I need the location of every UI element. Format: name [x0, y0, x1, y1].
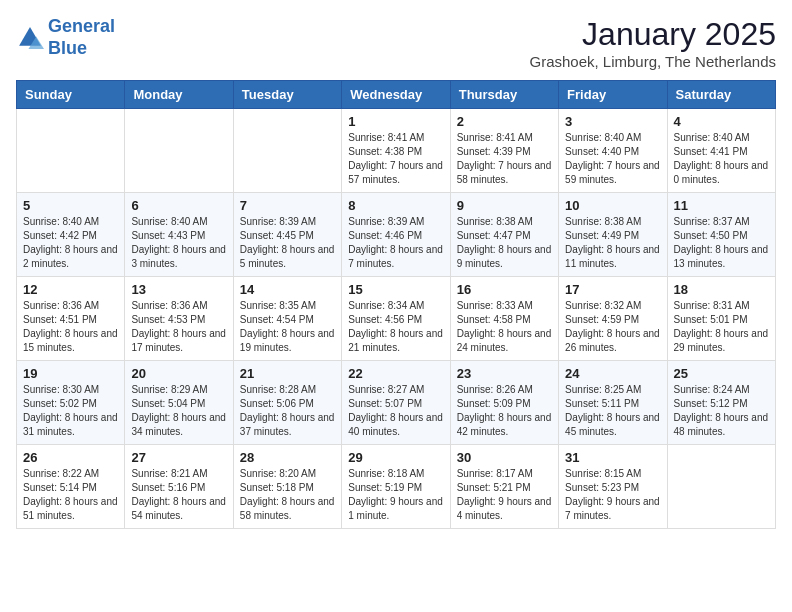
- header-saturday: Saturday: [667, 81, 775, 109]
- day-number: 25: [674, 366, 769, 381]
- calendar-cell: 6Sunrise: 8:40 AM Sunset: 4:43 PM Daylig…: [125, 193, 233, 277]
- calendar-header-row: Sunday Monday Tuesday Wednesday Thursday…: [17, 81, 776, 109]
- day-info: Sunrise: 8:18 AM Sunset: 5:19 PM Dayligh…: [348, 467, 443, 523]
- day-number: 27: [131, 450, 226, 465]
- day-number: 28: [240, 450, 335, 465]
- day-number: 9: [457, 198, 552, 213]
- day-number: 5: [23, 198, 118, 213]
- calendar-cell: 8Sunrise: 8:39 AM Sunset: 4:46 PM Daylig…: [342, 193, 450, 277]
- day-info: Sunrise: 8:39 AM Sunset: 4:45 PM Dayligh…: [240, 215, 335, 271]
- calendar-week-2: 5Sunrise: 8:40 AM Sunset: 4:42 PM Daylig…: [17, 193, 776, 277]
- day-number: 21: [240, 366, 335, 381]
- day-info: Sunrise: 8:20 AM Sunset: 5:18 PM Dayligh…: [240, 467, 335, 523]
- day-number: 12: [23, 282, 118, 297]
- calendar-cell: 10Sunrise: 8:38 AM Sunset: 4:49 PM Dayli…: [559, 193, 667, 277]
- day-info: Sunrise: 8:40 AM Sunset: 4:43 PM Dayligh…: [131, 215, 226, 271]
- calendar-cell: 22Sunrise: 8:27 AM Sunset: 5:07 PM Dayli…: [342, 361, 450, 445]
- calendar-cell: 30Sunrise: 8:17 AM Sunset: 5:21 PM Dayli…: [450, 445, 558, 529]
- day-number: 18: [674, 282, 769, 297]
- day-info: Sunrise: 8:36 AM Sunset: 4:51 PM Dayligh…: [23, 299, 118, 355]
- logo-icon: [16, 24, 44, 52]
- day-number: 13: [131, 282, 226, 297]
- day-info: Sunrise: 8:37 AM Sunset: 4:50 PM Dayligh…: [674, 215, 769, 271]
- calendar-cell: 1Sunrise: 8:41 AM Sunset: 4:38 PM Daylig…: [342, 109, 450, 193]
- calendar-cell: 7Sunrise: 8:39 AM Sunset: 4:45 PM Daylig…: [233, 193, 341, 277]
- day-info: Sunrise: 8:41 AM Sunset: 4:38 PM Dayligh…: [348, 131, 443, 187]
- calendar-cell: 21Sunrise: 8:28 AM Sunset: 5:06 PM Dayli…: [233, 361, 341, 445]
- calendar-cell: 15Sunrise: 8:34 AM Sunset: 4:56 PM Dayli…: [342, 277, 450, 361]
- day-info: Sunrise: 8:39 AM Sunset: 4:46 PM Dayligh…: [348, 215, 443, 271]
- calendar-cell: 28Sunrise: 8:20 AM Sunset: 5:18 PM Dayli…: [233, 445, 341, 529]
- day-info: Sunrise: 8:24 AM Sunset: 5:12 PM Dayligh…: [674, 383, 769, 439]
- calendar-cell: 25Sunrise: 8:24 AM Sunset: 5:12 PM Dayli…: [667, 361, 775, 445]
- calendar-cell: 3Sunrise: 8:40 AM Sunset: 4:40 PM Daylig…: [559, 109, 667, 193]
- day-info: Sunrise: 8:40 AM Sunset: 4:42 PM Dayligh…: [23, 215, 118, 271]
- day-number: 7: [240, 198, 335, 213]
- calendar-cell: 4Sunrise: 8:40 AM Sunset: 4:41 PM Daylig…: [667, 109, 775, 193]
- day-number: 3: [565, 114, 660, 129]
- day-info: Sunrise: 8:40 AM Sunset: 4:41 PM Dayligh…: [674, 131, 769, 187]
- day-number: 26: [23, 450, 118, 465]
- calendar-week-5: 26Sunrise: 8:22 AM Sunset: 5:14 PM Dayli…: [17, 445, 776, 529]
- calendar-cell: 12Sunrise: 8:36 AM Sunset: 4:51 PM Dayli…: [17, 277, 125, 361]
- calendar-cell: [17, 109, 125, 193]
- calendar-cell: 9Sunrise: 8:38 AM Sunset: 4:47 PM Daylig…: [450, 193, 558, 277]
- day-info: Sunrise: 8:21 AM Sunset: 5:16 PM Dayligh…: [131, 467, 226, 523]
- header-friday: Friday: [559, 81, 667, 109]
- logo-text: General Blue: [48, 16, 115, 59]
- logo-line1: General: [48, 16, 115, 36]
- calendar-cell: 17Sunrise: 8:32 AM Sunset: 4:59 PM Dayli…: [559, 277, 667, 361]
- calendar-title: January 2025: [529, 16, 776, 53]
- day-number: 2: [457, 114, 552, 129]
- day-number: 1: [348, 114, 443, 129]
- calendar-cell: 24Sunrise: 8:25 AM Sunset: 5:11 PM Dayli…: [559, 361, 667, 445]
- day-info: Sunrise: 8:28 AM Sunset: 5:06 PM Dayligh…: [240, 383, 335, 439]
- day-number: 31: [565, 450, 660, 465]
- day-number: 15: [348, 282, 443, 297]
- page-header: General Blue January 2025 Grashoek, Limb…: [16, 16, 776, 70]
- header-wednesday: Wednesday: [342, 81, 450, 109]
- day-info: Sunrise: 8:38 AM Sunset: 4:49 PM Dayligh…: [565, 215, 660, 271]
- day-info: Sunrise: 8:27 AM Sunset: 5:07 PM Dayligh…: [348, 383, 443, 439]
- day-number: 30: [457, 450, 552, 465]
- header-monday: Monday: [125, 81, 233, 109]
- header-tuesday: Tuesday: [233, 81, 341, 109]
- day-number: 17: [565, 282, 660, 297]
- day-number: 29: [348, 450, 443, 465]
- day-info: Sunrise: 8:31 AM Sunset: 5:01 PM Dayligh…: [674, 299, 769, 355]
- calendar-cell: 29Sunrise: 8:18 AM Sunset: 5:19 PM Dayli…: [342, 445, 450, 529]
- day-number: 19: [23, 366, 118, 381]
- day-info: Sunrise: 8:26 AM Sunset: 5:09 PM Dayligh…: [457, 383, 552, 439]
- calendar-cell: 5Sunrise: 8:40 AM Sunset: 4:42 PM Daylig…: [17, 193, 125, 277]
- day-number: 23: [457, 366, 552, 381]
- calendar-cell: 26Sunrise: 8:22 AM Sunset: 5:14 PM Dayli…: [17, 445, 125, 529]
- day-number: 6: [131, 198, 226, 213]
- calendar-week-4: 19Sunrise: 8:30 AM Sunset: 5:02 PM Dayli…: [17, 361, 776, 445]
- calendar-cell: 19Sunrise: 8:30 AM Sunset: 5:02 PM Dayli…: [17, 361, 125, 445]
- calendar-cell: 23Sunrise: 8:26 AM Sunset: 5:09 PM Dayli…: [450, 361, 558, 445]
- day-number: 20: [131, 366, 226, 381]
- calendar-cell: [125, 109, 233, 193]
- day-number: 24: [565, 366, 660, 381]
- calendar-cell: 16Sunrise: 8:33 AM Sunset: 4:58 PM Dayli…: [450, 277, 558, 361]
- day-info: Sunrise: 8:17 AM Sunset: 5:21 PM Dayligh…: [457, 467, 552, 523]
- day-info: Sunrise: 8:30 AM Sunset: 5:02 PM Dayligh…: [23, 383, 118, 439]
- day-info: Sunrise: 8:22 AM Sunset: 5:14 PM Dayligh…: [23, 467, 118, 523]
- calendar-cell: 11Sunrise: 8:37 AM Sunset: 4:50 PM Dayli…: [667, 193, 775, 277]
- calendar-table: Sunday Monday Tuesday Wednesday Thursday…: [16, 80, 776, 529]
- calendar-cell: 20Sunrise: 8:29 AM Sunset: 5:04 PM Dayli…: [125, 361, 233, 445]
- calendar-subtitle: Grashoek, Limburg, The Netherlands: [529, 53, 776, 70]
- day-number: 16: [457, 282, 552, 297]
- calendar-cell: 2Sunrise: 8:41 AM Sunset: 4:39 PM Daylig…: [450, 109, 558, 193]
- logo-line2: Blue: [48, 38, 87, 58]
- day-info: Sunrise: 8:33 AM Sunset: 4:58 PM Dayligh…: [457, 299, 552, 355]
- day-info: Sunrise: 8:41 AM Sunset: 4:39 PM Dayligh…: [457, 131, 552, 187]
- day-info: Sunrise: 8:38 AM Sunset: 4:47 PM Dayligh…: [457, 215, 552, 271]
- calendar-cell: 13Sunrise: 8:36 AM Sunset: 4:53 PM Dayli…: [125, 277, 233, 361]
- calendar-week-3: 12Sunrise: 8:36 AM Sunset: 4:51 PM Dayli…: [17, 277, 776, 361]
- day-number: 4: [674, 114, 769, 129]
- calendar-cell: 27Sunrise: 8:21 AM Sunset: 5:16 PM Dayli…: [125, 445, 233, 529]
- day-info: Sunrise: 8:15 AM Sunset: 5:23 PM Dayligh…: [565, 467, 660, 523]
- day-info: Sunrise: 8:29 AM Sunset: 5:04 PM Dayligh…: [131, 383, 226, 439]
- day-number: 22: [348, 366, 443, 381]
